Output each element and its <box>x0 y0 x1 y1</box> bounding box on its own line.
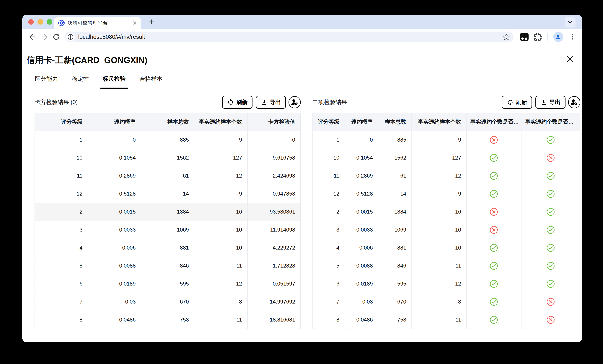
browser-toolbar: localhost:8080/#/mv/result <box>22 29 582 45</box>
table-cell: 0.006 <box>345 239 378 257</box>
page-tab-合格样本[interactable]: 合格样本 <box>137 74 165 89</box>
tab-search-button[interactable] <box>565 17 576 27</box>
table-cell: 10 <box>194 239 247 257</box>
check-circle-icon <box>489 262 498 270</box>
table-row: 50.008884611 <box>313 257 580 275</box>
table-cell: 1 <box>313 131 345 149</box>
table-row: 110.286961122.424693 <box>35 167 301 185</box>
column-header: 违约概率 <box>88 113 141 131</box>
column-header: 事实违约样本个数 <box>194 113 247 131</box>
site-info-icon[interactable] <box>66 33 75 41</box>
check-circle-icon <box>489 244 498 252</box>
export-button[interactable]: 导出 <box>256 96 286 109</box>
table-cell: 753 <box>141 311 194 329</box>
back-icon[interactable] <box>27 32 38 42</box>
column-settings-button[interactable] <box>289 96 301 108</box>
table-cell: 0.03 <box>88 293 141 311</box>
table-cell <box>466 203 521 221</box>
page-tab-稳定性[interactable]: 稳定性 <box>70 74 91 89</box>
table-cell: 0 <box>247 131 301 149</box>
table-cell <box>521 257 580 275</box>
table-row: 70.036703 <box>313 293 580 311</box>
x-circle-icon <box>546 316 555 324</box>
table-cell <box>521 131 580 149</box>
table-cell: 881 <box>141 239 194 257</box>
page-tab-区分能力[interactable]: 区分能力 <box>33 74 60 89</box>
table-cell: 846 <box>378 257 412 275</box>
browser-menu-kebab-icon[interactable] <box>568 33 576 41</box>
export-button-label: 导出 <box>270 99 281 106</box>
table-cell: 0 <box>88 131 141 149</box>
column-header: 卡方检验值 <box>247 113 301 131</box>
table-cell: 1562 <box>378 149 412 167</box>
table-cell: 12 <box>194 275 247 293</box>
page-close-icon[interactable] <box>565 54 575 64</box>
table-cell: 0.0189 <box>88 275 141 293</box>
extension-shortcut-icon[interactable] <box>520 33 529 41</box>
table-cell: 93.530361 <box>247 203 301 221</box>
url-bar[interactable]: localhost:8080/#/mv/result <box>65 32 513 42</box>
forward-icon[interactable] <box>39 32 50 42</box>
column-header: 样本总数 <box>378 113 412 131</box>
refresh-button-label: 刷新 <box>236 99 247 106</box>
table-cell: 16 <box>194 203 247 221</box>
refresh-button[interactable]: 刷新 <box>222 96 253 109</box>
table-cell: 1 <box>35 131 88 149</box>
table-cell: 0.03 <box>345 293 378 311</box>
reload-icon[interactable] <box>51 32 62 42</box>
table-cell: 2.424693 <box>247 167 301 185</box>
table-cell: 6 <box>313 275 345 293</box>
export-button[interactable]: 导出 <box>535 96 566 109</box>
refresh-button[interactable]: 刷新 <box>502 96 532 109</box>
chi-square-panel-header: 卡方检验结果 (0) 刷新 导出 <box>35 95 301 110</box>
binomial-panel-title: 二项检验结果 <box>313 98 498 106</box>
window-minimize-button[interactable] <box>37 19 43 25</box>
new-tab-button[interactable] <box>147 17 156 26</box>
profile-avatar[interactable] <box>553 32 563 42</box>
table-cell: 11 <box>313 167 345 185</box>
bookmark-star-icon[interactable] <box>503 33 510 41</box>
table-cell <box>466 293 521 311</box>
table-cell: 11 <box>194 257 247 275</box>
table-cell: 11.914098 <box>247 221 301 239</box>
table-cell: 4 <box>313 239 345 257</box>
table-cell: 1069 <box>378 221 412 239</box>
user-gear-icon <box>290 98 299 106</box>
window-close-button[interactable] <box>28 19 34 25</box>
browser-tab[interactable]: 决策引擎管理平台 <box>54 17 141 29</box>
table-cell: 10 <box>194 221 247 239</box>
column-settings-button[interactable] <box>568 96 580 108</box>
table-cell: 0.0033 <box>88 221 141 239</box>
table-cell: 670 <box>141 293 194 311</box>
table-cell: 14.997692 <box>247 293 301 311</box>
extensions-puzzle-icon[interactable] <box>534 33 542 41</box>
table-cell: 0.0088 <box>345 257 378 275</box>
table-cell <box>466 149 521 167</box>
table-cell: 4 <box>35 239 88 257</box>
table-cell: 5 <box>313 257 345 275</box>
table-cell: 16 <box>412 203 466 221</box>
table-cell: 3 <box>194 293 247 311</box>
page-tab-标尺检验[interactable]: 标尺检验 <box>100 74 128 89</box>
window-zoom-button[interactable] <box>47 19 52 25</box>
table-cell: 7 <box>313 293 345 311</box>
table-cell: 9.616758 <box>247 149 301 167</box>
table-cell: 0.0015 <box>88 203 141 221</box>
table-cell: 11 <box>412 257 466 275</box>
table-cell: 5 <box>35 257 88 275</box>
table-cell: 595 <box>141 275 194 293</box>
column-header: 事实违约个数是否大... <box>521 113 580 131</box>
table-cell: 3 <box>313 221 345 239</box>
table-cell <box>521 149 580 167</box>
table-cell: 0.947853 <box>247 185 301 203</box>
check-circle-icon <box>489 280 498 288</box>
table-cell: 0.2869 <box>345 167 378 185</box>
table-row: 108859 <box>313 131 580 149</box>
table-cell <box>521 275 580 293</box>
table-cell: 14 <box>378 185 412 203</box>
tab-close-icon[interactable] <box>132 20 137 26</box>
binomial-panel: 二项检验结果 刷新 导出 <box>313 95 580 329</box>
chi-square-table: 评分等级违约概率样本总数事实违约样本个数卡方检验值1088590100.1054… <box>35 113 301 329</box>
table-cell: 0.1054 <box>345 149 378 167</box>
browser-tab-strip: 决策引擎管理平台 <box>22 15 582 29</box>
